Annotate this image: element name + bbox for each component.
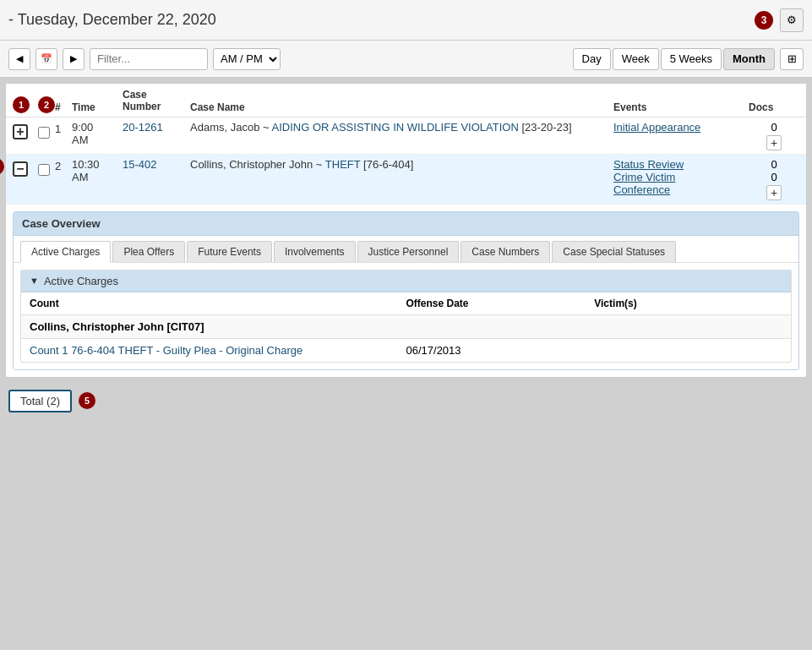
5weeks-view-button[interactable]: 5 Weeks: [661, 48, 722, 70]
header: - Tuesday, December 22, 2020 3 ⚙: [0, 0, 812, 41]
charges-section: ▼ Active Charges Count Offense Date Vict…: [14, 263, 798, 369]
row1-case-link[interactable]: 20-1261: [123, 121, 190, 134]
row2-events: Status Review Crime Victim Conference: [613, 158, 749, 196]
col-hash: #: [55, 101, 72, 113]
week-view-button[interactable]: Week: [613, 48, 659, 70]
charges-person: Collins, Christopher John [CIT07]: [21, 315, 791, 339]
row1-events: Initial Appearance: [613, 121, 749, 134]
tab-plea-offers[interactable]: Plea Offers: [112, 241, 185, 262]
badge-1: 1: [13, 96, 30, 113]
header-actions: 3 ⚙: [755, 8, 804, 32]
row2-checkbox[interactable]: [38, 164, 50, 176]
row1-num: 1: [55, 121, 72, 135]
tab-case-numbers[interactable]: Case Numbers: [460, 241, 550, 262]
tab-future-events[interactable]: Future Events: [187, 241, 272, 262]
gear-icon: ⚙: [787, 14, 797, 26]
tab-case-special-statuses[interactable]: Case Special Statuses: [552, 241, 676, 262]
prev-button[interactable]: ◀: [8, 48, 30, 70]
table-row: + 1 9:00AM 20-1261 Adams, Jacob ~ AIDING…: [6, 117, 806, 155]
expand-row1-button[interactable]: +: [13, 124, 28, 139]
case-overview-title: Case Overview: [14, 212, 798, 236]
page-title: - Tuesday, December 22, 2020: [8, 11, 216, 29]
case-overview: Case Overview Active Charges Plea Offers…: [13, 211, 799, 370]
main-content: 1 2 # Time Case Number Case Name Events …: [5, 83, 807, 378]
badge-4: 4: [0, 158, 4, 175]
col-case-name: Case Name: [190, 101, 613, 113]
col-docs: Docs: [749, 101, 799, 113]
tab-justice-personnel[interactable]: Justice Personnel: [357, 241, 460, 262]
grid-view-button[interactable]: ⊞: [780, 48, 804, 70]
charges-section-header: ▼ Active Charges: [21, 270, 791, 292]
grid-icon: ⊞: [787, 52, 797, 65]
total-badge: Total (2): [8, 390, 72, 412]
col-case-number: Case Number: [123, 89, 190, 113]
filter-input[interactable]: [90, 48, 208, 70]
tab-active-charges[interactable]: Active Charges: [20, 241, 111, 263]
ampm-select[interactable]: AM / PM: [213, 48, 281, 70]
view-buttons: Day Week 5 Weeks Month: [573, 48, 775, 70]
col-events: Events: [613, 101, 749, 113]
chevron-down-icon: ▼: [30, 276, 39, 286]
col-victims: Victim(s): [594, 298, 782, 309]
gear-button[interactable]: ⚙: [780, 8, 804, 32]
table-header: 1 2 # Time Case Number Case Name Events …: [6, 84, 806, 117]
expand-row2-button[interactable]: −: [13, 161, 28, 177]
plus-icon: +: [16, 125, 24, 139]
charges-row: Count 1 76-6-404 THEFT - Guilty Plea - O…: [21, 339, 791, 362]
month-view-button[interactable]: Month: [723, 48, 775, 70]
charges-table: ▼ Active Charges Count Offense Date Vict…: [20, 270, 792, 363]
offense-date: 06/17/2013: [406, 344, 595, 357]
row2-case-name: Collins, Christopher John ~ THEFT [76-6-…: [190, 158, 613, 171]
next-button[interactable]: ▶: [63, 48, 84, 70]
row1-case-name: Adams, Jacob ~ AIDING OR ASSISTING IN WI…: [190, 121, 613, 134]
col-offense-date: Offense Date: [406, 298, 595, 309]
charge-link[interactable]: Count 1 76-6-404 THEFT - Guilty Plea - O…: [30, 344, 406, 357]
col-time: Time: [72, 101, 123, 113]
col-count: Count: [30, 298, 406, 309]
tab-involvements[interactable]: Involvements: [274, 241, 356, 262]
tabs: Active Charges Plea Offers Future Events…: [14, 236, 798, 263]
row2-case-link[interactable]: 15-402: [123, 158, 190, 171]
day-view-button[interactable]: Day: [573, 48, 611, 70]
victims-value: [594, 344, 782, 357]
row1-docs-add-button[interactable]: +: [766, 135, 782, 150]
row1-docs: 0 +: [749, 121, 799, 150]
row2-docs: 0 0 +: [749, 158, 799, 200]
badge-2: 2: [38, 96, 55, 113]
charges-col-headers: Count Offense Date Victim(s): [21, 292, 791, 315]
minus-icon: −: [16, 162, 24, 176]
badge-5: 5: [79, 392, 95, 409]
row2-time: 10:30AM: [72, 158, 123, 183]
row1-time: 9:00AM: [72, 121, 123, 146]
calendar-icon: 📅: [41, 53, 52, 64]
row2-num: 2: [55, 158, 72, 172]
table-row: 4 − 2 10:30AM 15-402 Collins, Christophe…: [6, 155, 806, 205]
row1-checkbox[interactable]: [38, 127, 50, 139]
toolbar: ◀ 📅 ▶ AM / PM Day Week 5 Weeks Month ⊞: [0, 41, 812, 78]
row2-docs-add-button[interactable]: +: [766, 185, 782, 200]
calendar-button[interactable]: 📅: [35, 48, 57, 70]
badge-3: 3: [755, 11, 773, 30]
footer: Total (2) 5: [0, 383, 812, 419]
